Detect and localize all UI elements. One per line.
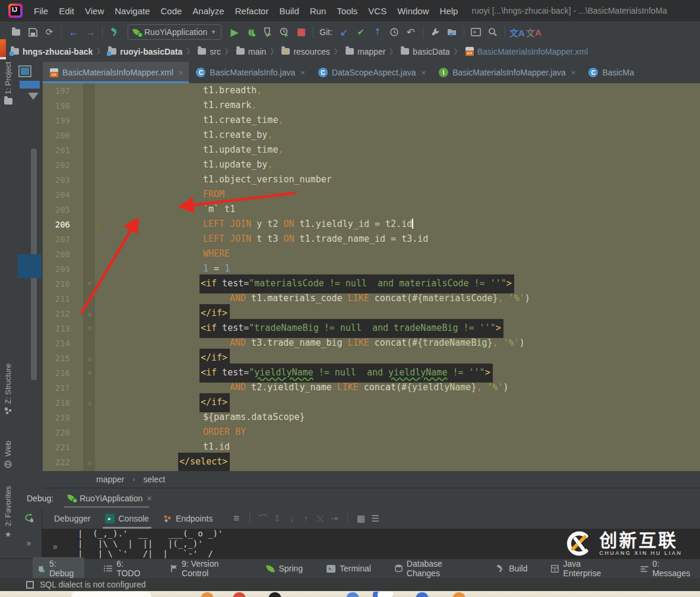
code-line-198[interactable]: 198t1.remark,	[43, 98, 700, 113]
path-item-main[interactable]: main	[236, 47, 266, 56]
taskbar-app-icon[interactable]	[201, 592, 214, 597]
fold-marker[interactable]: △	[70, 459, 95, 465]
code-line-218[interactable]: 218△</if>	[43, 395, 700, 410]
run-anything-icon[interactable]	[468, 25, 484, 39]
code-line-203[interactable]: 203t1.object_version_number	[43, 172, 700, 187]
step-over-icon[interactable]: ⇩	[270, 513, 284, 524]
debug-tab-endpoints[interactable]: Endpoints	[156, 508, 220, 529]
code-line-208[interactable]: 208WHERE	[43, 247, 700, 261]
menu-tools[interactable]: Tools	[331, 4, 363, 18]
code-line-214[interactable]: 214AND t3.trade_name_big LIKE concat(#{t…	[43, 336, 700, 350]
back-icon[interactable]: ←	[66, 25, 81, 39]
debug-icon[interactable]	[243, 25, 259, 39]
code-line-221[interactable]: 221t1.id	[43, 440, 700, 454]
stop-icon[interactable]	[293, 25, 309, 39]
menu-code[interactable]: Code	[155, 4, 187, 18]
code-line-216[interactable]: 216▽<if test="yieldlyName != null and yi…	[43, 365, 700, 380]
console-output[interactable]: » | (_,_).' __ ___(_ o _)' | |\ \ | || |…	[42, 529, 700, 558]
git-push-icon[interactable]: ⇡	[370, 25, 385, 39]
save-icon[interactable]	[25, 25, 40, 39]
code-line-205[interactable]: 205`m` t1	[43, 202, 700, 217]
close-icon[interactable]: ×	[300, 68, 305, 77]
taskbar-app-icon[interactable]	[233, 592, 246, 597]
editor-tab-BasicMaterialsInfoMapper.java[interactable]: IBasicMaterialsInfoMapper.java×	[432, 62, 581, 83]
toolwindow-button-database-changes[interactable]: Database Changes	[391, 557, 477, 580]
toolwindow-button-terminal[interactable]: >_Terminal	[322, 562, 375, 575]
code-line-222[interactable]: 222△</select>	[43, 454, 700, 469]
menu-view[interactable]: View	[80, 4, 109, 18]
history-icon[interactable]	[387, 25, 402, 39]
build-hammer-icon[interactable]	[107, 25, 122, 39]
path-item-ruoyi-basicData[interactable]: ruoyi-basicData	[108, 47, 182, 56]
editor-tab-BasicMa[interactable]: CBasicMa	[581, 62, 640, 83]
settings-wrench-icon[interactable]	[427, 25, 443, 39]
menu-analyze[interactable]: Analyze	[187, 4, 229, 18]
code-line-201[interactable]: 201t1.update_time,	[43, 143, 700, 157]
toolwindow-button-5-debug[interactable]: 5: Debug	[33, 557, 84, 580]
layout-menu-icon[interactable]: ≡	[229, 513, 243, 525]
menu-run[interactable]: Run	[305, 4, 332, 18]
rollback-icon[interactable]: ↶	[403, 25, 419, 39]
fold-marker[interactable]: △	[70, 310, 95, 317]
fold-marker[interactable]: ▽	[70, 280, 95, 287]
taskbar-app-icon[interactable]	[346, 592, 359, 597]
code-line-206[interactable]: 206LEFT JOIN y t2 ON t1.yieldly_id = t2.…	[43, 217, 700, 232]
profiler-icon[interactable]	[277, 25, 292, 39]
git-commit-icon[interactable]: ✔	[353, 25, 369, 39]
code-line-200[interactable]: 200t1.create_by,	[43, 128, 700, 143]
code-editor[interactable]: 197t1.breadth,198t1.remark,199t1.create_…	[43, 83, 700, 471]
fold-marker[interactable]: ▽	[70, 325, 95, 331]
show-execution-point-icon[interactable]: ⌒	[256, 512, 270, 525]
stripe-button-1-project[interactable]: 1: Project	[0, 62, 16, 157]
code-line-202[interactable]: 202t1.update_by,	[43, 157, 700, 172]
toolwindow-button-spring[interactable]: Spring	[262, 562, 306, 575]
breadcrumb-select[interactable]: select	[143, 475, 165, 484]
step-out-icon[interactable]: ↑	[299, 513, 313, 523]
code-line-211[interactable]: 211AND t1.materials_code LIKE concat(#{m…	[43, 291, 700, 306]
menu-build[interactable]: Build	[274, 4, 304, 18]
path-item-basicData[interactable]: basicData	[401, 47, 449, 56]
forward-icon[interactable]: →	[83, 25, 98, 39]
code-line-210[interactable]: 210▽<if test="materialsCode != null and …	[43, 276, 700, 291]
code-line-199[interactable]: 199t1.create_time,	[43, 113, 700, 128]
translate-icon[interactable]: 文A	[509, 25, 525, 39]
taskbar-app-icon[interactable]	[373, 592, 393, 597]
code-line-197[interactable]: 197t1.breadth,	[43, 83, 700, 98]
run-icon[interactable]: ▶	[227, 25, 242, 39]
os-taskbar[interactable]	[0, 591, 700, 597]
git-update-icon[interactable]: ↙	[337, 25, 352, 39]
toolwindow-button-0-messages[interactable]: 0: Messages	[636, 557, 700, 580]
fold-marker[interactable]: △	[70, 355, 95, 361]
code-line-213[interactable]: 213▽<if test="tradeNameBig != null and t…	[43, 321, 700, 336]
breadcrumb-mapper[interactable]: mapper	[96, 475, 124, 484]
menu-edit[interactable]: Edit	[53, 4, 80, 18]
intention-bulb-icon[interactable]	[97, 220, 106, 229]
debug-session-tab[interactable]: RuoYiApplication ×	[62, 489, 157, 508]
path-item-BasicMaterialsInfoMapper.xml[interactable]: BasicMaterialsInfoMapper.xml	[465, 47, 588, 56]
stripe-button-web[interactable]: Web	[0, 441, 16, 480]
close-icon[interactable]: ×	[179, 68, 183, 77]
close-icon[interactable]: ×	[571, 68, 576, 77]
hidden-toolbar-chevron[interactable]: »	[27, 538, 31, 548]
code-line-207[interactable]: 207LEFT JOIN t t3 ON t1.trade_name_id = …	[43, 232, 700, 247]
editor-tab-BasicMaterialsInfoMapper.xml[interactable]: BasicMaterialsInfoMapper.xml×	[43, 62, 189, 83]
code-line-219[interactable]: 219${params.dataScope}	[43, 410, 700, 425]
editor-tab-DataScopeAspect.java[interactable]: CDataScopeAspect.java×	[311, 62, 432, 83]
menu-vcs[interactable]: VCS	[363, 4, 392, 18]
path-item-src[interactable]: src	[198, 47, 221, 56]
search-everywhere-icon[interactable]	[485, 25, 501, 39]
taskbar-app-icon[interactable]	[416, 592, 429, 597]
editor-tab-BasicMaterialsInfo.java[interactable]: CBasicMaterialsInfo.java×	[189, 62, 311, 83]
project-structure-icon[interactable]	[444, 25, 460, 39]
run-configuration-select[interactable]: RuoYiApplication ▼	[128, 24, 221, 40]
close-icon[interactable]: ×	[147, 494, 151, 503]
rerun-icon[interactable]	[24, 513, 34, 523]
sync-icon[interactable]: ⟳	[42, 25, 57, 39]
debug-tab-debugger[interactable]: Debugger	[47, 508, 98, 529]
translate-alt-icon[interactable]: 文A	[526, 25, 541, 39]
close-icon[interactable]: ×	[422, 68, 426, 77]
taskbar-app-icon[interactable]	[452, 592, 465, 597]
menu-navigate[interactable]: Navigate	[109, 4, 155, 18]
run-to-cursor-icon[interactable]: ⇥	[327, 513, 341, 524]
stripe-button-z-structure[interactable]: Z: Structure	[0, 364, 16, 429]
